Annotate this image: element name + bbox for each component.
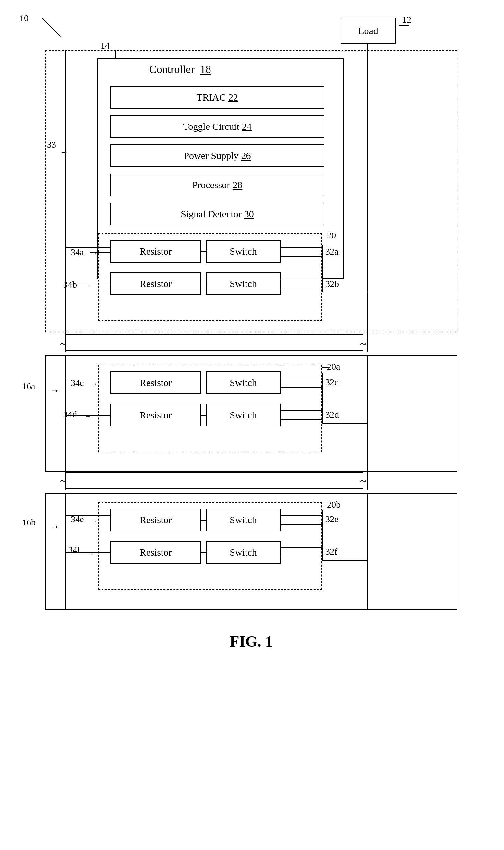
power-supply-box: Power Supply 26: [110, 144, 324, 167]
processor-box: Processor 28: [110, 174, 324, 196]
figure-label: FIG. 1: [178, 632, 324, 650]
resistor-box-1: Resistor: [110, 240, 201, 263]
break-symbol-mid-right: ~: [360, 474, 366, 488]
ref-32b-label: 32b: [325, 279, 339, 289]
controller-text: Controller 18: [149, 63, 211, 76]
ref-16a-label: 16a: [22, 381, 35, 392]
left-bus-line: [65, 50, 66, 332]
resistor-box-4: Resistor: [110, 404, 201, 427]
right-bus-main: [367, 50, 368, 332]
ref-10-label: 10: [19, 13, 29, 23]
ref-34a-label: 34a: [71, 247, 84, 257]
circuit-diagram: 10 Load 12 14 Controller 18 TRIAC 22 Tog…: [0, 0, 504, 811]
ref-20b-label: 20b: [327, 500, 341, 510]
ref-32d-label: 32d: [325, 410, 339, 420]
ref-20a-label: 20a: [327, 362, 340, 372]
switch-box-5: Switch: [206, 508, 281, 531]
load-box: Load: [341, 18, 396, 44]
ref-14-label: 14: [101, 40, 110, 51]
toggle-circuit-box: Toggle Circuit 24: [110, 115, 324, 138]
ref-33-label: 33: [47, 140, 56, 150]
resistor-box-2: Resistor: [110, 272, 201, 295]
ref-34c-label: 34c: [71, 378, 84, 388]
resistor-box-3: Resistor: [110, 371, 201, 394]
ref-16b-label: 16b: [22, 517, 36, 528]
resistor-box-5: Resistor: [110, 508, 201, 531]
triac-box: TRIAC 22: [110, 86, 324, 109]
switch-box-2: Switch: [206, 272, 281, 295]
break-symbol-top-right: ~: [360, 337, 366, 351]
resistor-box-6: Resistor: [110, 541, 201, 564]
ref-12-line: [399, 25, 409, 26]
switch-box-3: Switch: [206, 371, 281, 394]
ref-10-arrow: [42, 18, 61, 37]
switch-box-4: Switch: [206, 404, 281, 427]
ref-32e-label: 32e: [325, 514, 338, 524]
switch-box-1: Switch: [206, 240, 281, 263]
ref-12-label: 12: [402, 15, 411, 25]
ref-32a-label: 32a: [325, 247, 338, 257]
ref-32f-label: 32f: [325, 546, 337, 557]
switch-box-6: Switch: [206, 541, 281, 564]
signal-detector-box: Signal Detector 30: [110, 203, 324, 225]
ref-32c-label: 32c: [325, 377, 338, 387]
load-label: Load: [358, 25, 378, 36]
ref-34f-label: 34f: [68, 545, 80, 555]
ref-20-label: 20: [327, 230, 336, 241]
